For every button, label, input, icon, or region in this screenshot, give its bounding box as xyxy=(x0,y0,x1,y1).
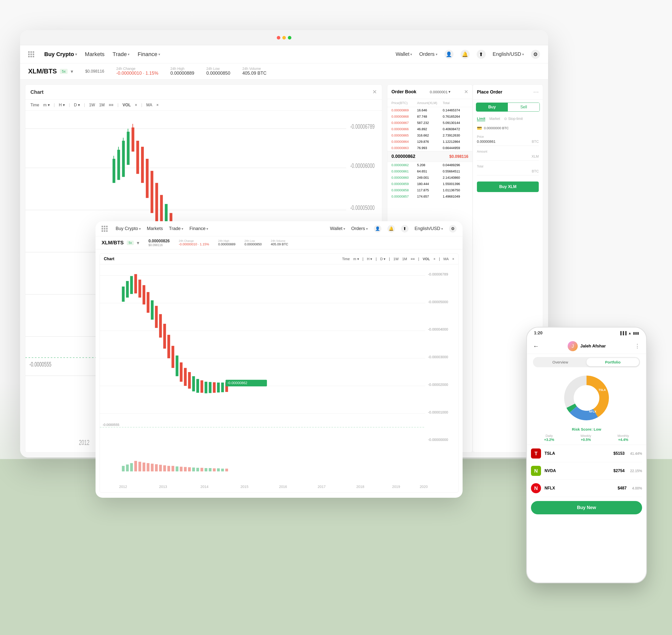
tablet-vol-control[interactable]: VOL xyxy=(422,257,430,261)
nav-language[interactable]: English/USD ▾ xyxy=(493,51,524,57)
ticker-change: 24h Change -0.00000010 · 1.15% xyxy=(116,67,158,76)
tablet-vol-close[interactable]: × xyxy=(433,257,435,261)
m-control[interactable]: m ▾ xyxy=(43,103,50,107)
nflx-icon: N xyxy=(531,483,541,493)
browser-dot-red[interactable] xyxy=(277,36,280,40)
ob-precision[interactable]: 0.0000001 ▾ xyxy=(430,89,451,94)
svg-text:-0.00001000: -0.00001000 xyxy=(428,410,448,414)
svg-rect-28 xyxy=(141,147,144,183)
tablet-nav-language[interactable]: English/USD ▾ xyxy=(415,226,443,231)
1m-control[interactable]: 1M xyxy=(99,103,105,107)
tablet-upload-icon[interactable]: ⬆ xyxy=(401,225,409,233)
svg-rect-132 xyxy=(138,462,141,472)
tablet-time-control[interactable]: Time xyxy=(342,257,350,261)
chevron-down-icon: ▾ xyxy=(410,52,412,56)
tablet-candle-control[interactable]: ≡≡ xyxy=(411,257,415,261)
tablet-nav-finance[interactable]: Finance ▾ xyxy=(189,226,208,231)
holding-row-tsla[interactable]: T TSLA $5153 41.44% xyxy=(531,445,642,462)
nav-markets[interactable]: Markets xyxy=(85,51,105,58)
po-limit-type[interactable]: Limit xyxy=(477,117,485,121)
po-balance: 💳 0.00000000 BTC xyxy=(473,123,543,133)
svg-rect-103 xyxy=(134,274,137,293)
ma-close[interactable]: × xyxy=(156,103,159,107)
ob-ask-row: 0.0000086376.9930.66444959 xyxy=(387,145,472,151)
chevron-down-icon: ▾ xyxy=(128,52,129,56)
tablet-ma-close[interactable]: × xyxy=(452,257,454,261)
chevron-down-icon: ▾ xyxy=(366,227,368,231)
po-market-type[interactable]: Market xyxy=(489,117,500,121)
svg-rect-30 xyxy=(151,171,153,213)
time-control[interactable]: Time xyxy=(30,103,39,107)
tablet-settings-icon[interactable]: ⚙ xyxy=(449,225,457,233)
po-stop-limit-type[interactable]: ⊙ Stop-limit xyxy=(504,117,523,121)
tablet-bell-icon[interactable]: 🔔 xyxy=(387,225,395,233)
ob-bid-row: 0.0000086164.6510.55664511 xyxy=(387,168,472,174)
ob-close-button[interactable]: ✕ xyxy=(464,89,468,95)
tablet-m-control[interactable]: m ▾ xyxy=(353,257,359,261)
desktop-nav: Buy Crypto ▾ Markets Trade ▾ Finance ▾ W… xyxy=(20,45,548,63)
user-icon[interactable]: 👤 xyxy=(445,50,454,59)
tablet-nav-trade[interactable]: Trade ▾ xyxy=(169,226,183,231)
tablet-nav-markets[interactable]: Markets xyxy=(147,226,163,231)
signal-icon: ▐▐▐ xyxy=(619,331,627,335)
chevron-down-icon: ▾ xyxy=(139,227,141,231)
po-more-button[interactable]: ⋯ xyxy=(533,89,539,95)
nav-buy-crypto[interactable]: Buy Crypto ▾ xyxy=(44,51,77,58)
browser-dot-yellow[interactable] xyxy=(282,36,286,40)
mobile-tab-overview[interactable]: Overview xyxy=(534,358,587,366)
po-tabs: Buy Sell xyxy=(476,103,540,112)
nav-orders[interactable]: Orders ▾ xyxy=(419,51,437,57)
svg-text:2017: 2017 xyxy=(318,485,326,489)
vol-close[interactable]: × xyxy=(135,103,137,107)
tablet-ma-control[interactable]: MA xyxy=(443,257,449,261)
buy-xlm-button[interactable]: Buy XLM xyxy=(477,181,539,192)
nav-wallet[interactable]: Wallet ▾ xyxy=(396,51,412,57)
tablet-user-icon[interactable]: 👤 xyxy=(374,225,382,233)
tablet-nav-wallet[interactable]: Wallet ▾ xyxy=(330,226,345,231)
chevron-down-icon: ▾ xyxy=(75,52,77,56)
chart-close-button[interactable]: ✕ xyxy=(372,89,377,95)
svg-text:TSLA: TSLA xyxy=(599,388,606,391)
tablet-d-control[interactable]: D ▾ xyxy=(380,257,385,261)
nav-trade[interactable]: Trade ▾ xyxy=(113,51,130,58)
nav-finance[interactable]: Finance ▾ xyxy=(137,51,160,58)
mobile-stat-daily: Daily +3.2% xyxy=(544,434,554,442)
ticker-symbol: XLM/BTS xyxy=(28,67,57,75)
po-buy-tab[interactable]: Buy xyxy=(476,103,508,111)
svg-text:2018: 2018 xyxy=(356,485,364,489)
holding-row-nflx[interactable]: N NFLX $487 4.00% xyxy=(531,480,642,497)
tablet-1w-control[interactable]: 1W xyxy=(393,257,399,261)
mobile-more-button[interactable]: ⋮ xyxy=(634,343,640,349)
ma-control[interactable]: MA xyxy=(146,103,152,107)
svg-rect-27 xyxy=(136,141,139,174)
d-control[interactable]: D ▾ xyxy=(74,103,80,107)
bell-icon[interactable]: 🔔 xyxy=(460,50,470,59)
svg-rect-119 xyxy=(200,380,203,393)
back-button[interactable]: ← xyxy=(533,343,539,350)
svg-text:-0.00005000: -0.00005000 xyxy=(428,300,448,304)
tablet-chart-area[interactable]: Chart Time m ▾ | H ▾ | D ▾ | 1W 1M ≡≡ | … xyxy=(100,254,459,493)
chevron-down-icon: ▾ xyxy=(441,227,443,231)
h-control[interactable]: H ▾ xyxy=(59,103,65,107)
tablet-nav-orders[interactable]: Orders ▾ xyxy=(351,226,368,231)
svg-rect-149 xyxy=(209,468,212,472)
tablet-nav-buy-crypto[interactable]: Buy Crypto ▾ xyxy=(116,226,141,231)
po-sell-tab[interactable]: Sell xyxy=(508,103,540,111)
vol-control[interactable]: VOL xyxy=(123,103,131,107)
1w-control[interactable]: 1W xyxy=(89,103,95,107)
mobile-header: ← J Jaleh Afshar ⋮ xyxy=(527,338,646,354)
holding-row-nvda[interactable]: N NVDA $2754 22.15% xyxy=(531,462,642,480)
mobile-tab-portfolio[interactable]: Portfolio xyxy=(587,358,639,366)
candle-control[interactable]: ≡≡ xyxy=(109,103,113,107)
ticker-arrow[interactable]: ▾ xyxy=(71,68,73,74)
grid-icon[interactable] xyxy=(28,51,34,57)
settings-icon[interactable]: ⚙ xyxy=(531,50,540,59)
tablet-h-control[interactable]: H ▾ xyxy=(367,257,372,261)
upload-icon[interactable]: ⬆ xyxy=(477,50,486,59)
browser-dot-green[interactable] xyxy=(288,36,291,40)
tablet-1m-control[interactable]: 1M xyxy=(402,257,407,261)
buy-new-button[interactable]: Buy New xyxy=(531,501,642,514)
tablet-grid-icon[interactable] xyxy=(102,226,108,232)
svg-rect-134 xyxy=(147,463,149,472)
ticker-arrow-icon[interactable]: ▾ xyxy=(137,240,139,246)
